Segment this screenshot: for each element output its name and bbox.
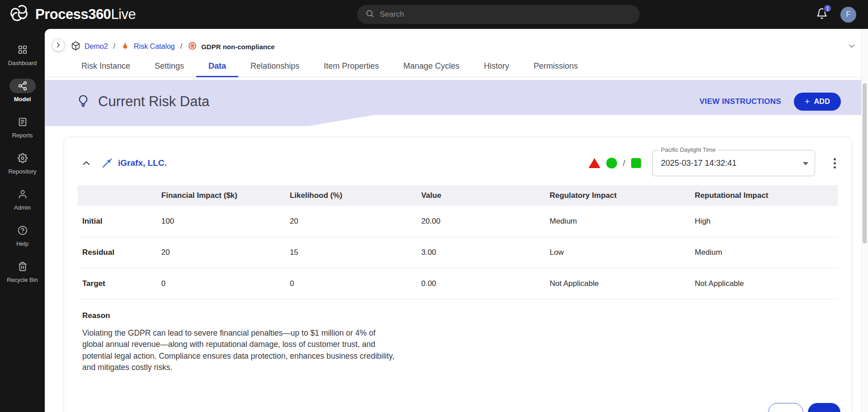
sidebar-item-repository[interactable]: Repository [0,145,45,181]
green-square-indicator [631,158,641,168]
risk-data-card: iGrafx, LLC. / Pacific Daylight Time 202… [64,137,852,412]
sidebar-item-dashboard[interactable]: Dashboard [0,36,45,72]
model-icon [9,79,36,93]
sidebar-item-recycle-bin[interactable]: Recycle Bin [0,253,45,289]
card-footer [768,403,840,412]
table-row: Residual 20 15 3.00 Low Medium [78,237,838,268]
breadcrumb-item-demo2[interactable]: Demo2 [71,41,108,52]
add-button[interactable]: + ADD [794,93,841,111]
dropdown-caret-icon [803,162,808,165]
sidebar-item-reports[interactable]: Reports [0,108,45,145]
red-triangle-indicator [589,158,600,168]
avatar[interactable]: F [840,7,856,23]
risk-instance-icon [101,158,113,169]
tab-relationships[interactable]: Relationships [238,56,311,77]
section-title-group: Current Risk Data [76,94,209,110]
table-cell: 20.00 [417,206,545,237]
sidebar-item-help[interactable]: Help [0,217,45,253]
view-instructions-link[interactable]: VIEW INSTRUCTIONS [699,97,781,106]
row-label: Target [78,268,157,300]
breadcrumb-separator: / [113,42,115,51]
green-circle-indicator [606,158,617,169]
breadcrumb: Demo2 / Risk Catalog / GDPR non-complian… [45,29,868,52]
lightbulb-icon [76,94,90,109]
breadcrumb-item-current: GDPR non-compliance [188,41,275,52]
table-cell: 3.00 [417,237,545,268]
notification-badge: 1 [823,4,832,13]
table-cell: Medium [545,206,690,237]
table-cell: 0 [157,268,285,300]
sidebar-item-label: Recycle Bin [7,276,38,283]
search-icon [365,9,374,20]
chevron-up-icon[interactable] [80,156,93,170]
column-header [78,185,157,206]
notifications-button[interactable]: 1 [816,8,828,21]
breadcrumb-separator: / [180,42,182,51]
tab-bar: Risk Instance Settings Data Relationship… [45,56,868,77]
chevron-down-icon[interactable] [847,42,856,52]
section-header: Current Risk Data VIEW INSTRUCTIONS + AD… [45,80,868,126]
card-header: iGrafx, LLC. / Pacific Daylight Time 202… [75,149,840,185]
search-input[interactable] [380,10,632,19]
sidebar-item-admin[interactable]: Admin [0,181,45,217]
reports-icon [9,115,36,129]
breadcrumb-label: Risk Catalog [134,42,175,51]
table-cell: 15 [285,237,417,268]
column-header: Likelihood (%) [285,185,417,206]
target-icon [188,41,197,52]
reason-label: Reason [82,311,840,320]
company-link[interactable]: iGrafx, LLC. [118,158,167,168]
table-row: Target 0 0 0.00 Not Applicable Not Appli… [78,268,838,300]
table-cell: 100 [157,206,285,237]
flame-icon [121,41,130,52]
breadcrumb-label: Demo2 [85,42,108,51]
row-label: Residual [78,237,157,268]
table-cell: 0 [285,268,417,300]
table-cell: Medium [690,237,838,268]
scrollbar-thumb[interactable] [863,83,867,243]
table-cell: Not Applicable [690,268,838,300]
column-header: Financial Impact ($k) [157,185,285,206]
indicator-cluster: / Pacific Daylight Time 2025-03-17 14:32… [589,150,840,176]
table-cell: 0.00 [417,268,545,300]
column-header: Value [417,185,545,206]
table-row: Initial 100 20 20.00 Medium High [78,206,838,237]
user-icon [9,187,36,201]
plus-icon: + [805,98,810,105]
sidebar-item-label: Dashboard [8,60,37,66]
scrollbar-track[interactable] [861,29,868,412]
sidebar-item-model[interactable]: Model [0,72,45,108]
sidebar-item-label: Admin [14,204,31,211]
timestamp-value: 2025-03-17 14:32:41 [661,159,736,168]
table-cell: Low [545,237,690,268]
kebab-menu-button[interactable] [830,156,840,170]
help-icon [9,223,36,238]
tab-item-properties[interactable]: Item Properties [311,56,391,77]
tab-history[interactable]: History [472,56,521,77]
breadcrumb-label: GDPR non-compliance [201,43,275,51]
app-logo[interactable]: Process360Live [0,4,136,25]
sidebar-item-label: Help [16,240,28,247]
footer-secondary-button[interactable] [768,403,803,412]
tab-settings[interactable]: Settings [142,56,196,77]
panel-toggle-button[interactable] [52,39,65,52]
column-header: Reputational Impact [690,185,838,206]
table-cell: Not Applicable [545,268,690,300]
timestamp-select[interactable]: Pacific Daylight Time 2025-03-17 14:32:4… [652,150,815,176]
app-title: Process360Live [35,6,136,23]
breadcrumb-item-risk-catalog[interactable]: Risk Catalog [121,41,175,52]
tab-manage-cycles[interactable]: Manage Cycles [391,56,472,77]
row-label: Initial [78,206,157,237]
topbar-actions: 1 F [816,7,868,23]
risk-data-table: Financial Impact ($k) Likelihood (%) Val… [78,185,838,300]
timezone-label: Pacific Daylight Time [658,146,718,153]
sidebar: Dashboard Model Reports Repository [0,29,45,412]
footer-primary-button[interactable] [808,403,840,412]
column-header: Regulatory Impact [545,185,690,206]
tab-risk-instance[interactable]: Risk Instance [69,56,142,77]
page-title: Current Risk Data [98,94,209,110]
section-actions: VIEW INSTRUCTIONS + ADD [699,93,841,111]
tab-permissions[interactable]: Permissions [521,56,590,77]
tab-data[interactable]: Data [196,56,238,77]
table-header-row: Financial Impact ($k) Likelihood (%) Val… [78,185,838,206]
